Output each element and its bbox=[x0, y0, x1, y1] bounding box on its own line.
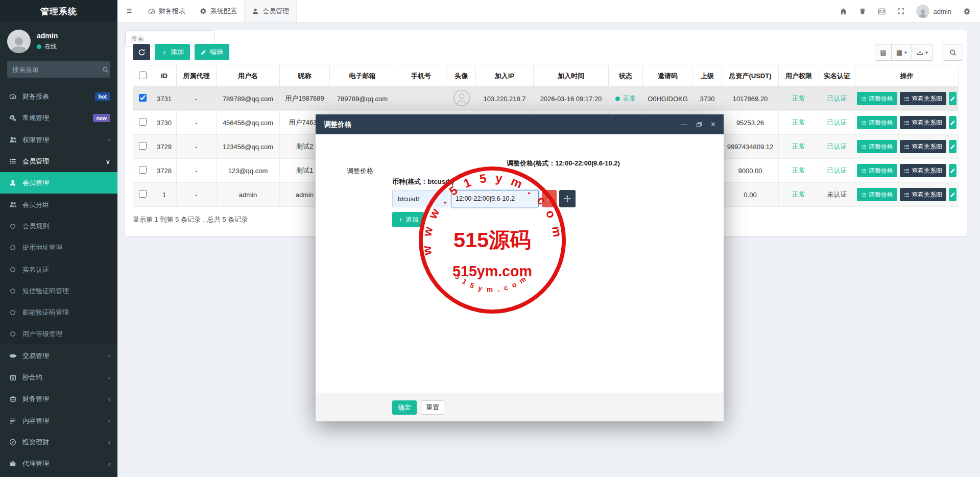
adjust-price-button[interactable]: 调整价格 bbox=[857, 116, 897, 129]
search-icon bbox=[102, 66, 109, 73]
adjust-price-button[interactable]: 调整价格 bbox=[857, 140, 897, 153]
sidebar-item[interactable]: 秒合约‹ bbox=[0, 367, 117, 388]
column-header[interactable]: 电子邮箱 bbox=[330, 65, 395, 87]
column-header[interactable]: 所属代理 bbox=[177, 65, 217, 87]
view-relation-graph-button[interactable]: 查看关系图 bbox=[900, 188, 946, 201]
column-header[interactable]: 状态 bbox=[609, 65, 643, 87]
view-relation-graph-button[interactable]: 查看关系图 bbox=[900, 92, 946, 105]
column-header[interactable]: 加入时间 bbox=[534, 65, 609, 87]
database-icon bbox=[7, 396, 18, 402]
view-relation-graph-button[interactable]: 查看关系图 bbox=[900, 140, 946, 153]
circle-icon bbox=[7, 245, 18, 251]
handshake-icon bbox=[7, 352, 18, 360]
language-icon[interactable]: A bbox=[878, 8, 886, 15]
tab-会员管理[interactable]: 会员管理 bbox=[244, 0, 297, 22]
home-icon[interactable] bbox=[840, 8, 847, 15]
sidebar-search[interactable] bbox=[7, 61, 110, 78]
edit-row-button[interactable] bbox=[949, 188, 957, 201]
sidebar-item[interactable]: 提币地址管理 bbox=[0, 237, 117, 258]
sidebar-item[interactable]: 邮箱验证码管理 bbox=[0, 302, 117, 323]
cell-phone bbox=[395, 87, 447, 111]
tab-财务报表[interactable]: 财务报表 bbox=[141, 0, 193, 22]
sidebar-item[interactable]: 会员规则 bbox=[0, 216, 117, 237]
pencil-icon bbox=[950, 144, 956, 150]
column-header[interactable]: 实名认证 bbox=[819, 65, 855, 87]
adjust-price-button[interactable]: 调整价格 bbox=[857, 92, 897, 105]
edit-row-button[interactable] bbox=[949, 164, 957, 177]
reset-button[interactable]: 重置 bbox=[421, 400, 444, 415]
sidebar-item[interactable]: 财务管理‹ bbox=[0, 388, 117, 410]
gears-icon bbox=[7, 114, 18, 122]
sidebar-item-label: 邮箱验证码管理 bbox=[22, 308, 69, 317]
cell-actions: 调整价格查看关系图 bbox=[855, 135, 959, 159]
svg-text:A: A bbox=[878, 9, 881, 14]
search-submit-button[interactable] bbox=[943, 44, 963, 61]
column-header[interactable]: 操作 bbox=[855, 65, 959, 87]
sidebar-item[interactable]: 内容管理‹ bbox=[0, 410, 117, 431]
column-header[interactable]: 加入IP bbox=[476, 65, 534, 87]
export-button[interactable]: ▾ bbox=[912, 44, 933, 61]
sidebar-item[interactable]: 会员分组 bbox=[0, 194, 117, 215]
cell-avatar bbox=[447, 87, 476, 111]
refresh-button[interactable] bbox=[133, 44, 150, 60]
edit-row-button[interactable] bbox=[949, 116, 957, 129]
edit-row-button[interactable] bbox=[949, 140, 957, 153]
sidebar-item[interactable]: 交易管理‹ bbox=[0, 345, 117, 367]
column-header[interactable]: 用户权限 bbox=[779, 65, 819, 87]
sidebar-search-input[interactable] bbox=[12, 66, 102, 74]
maximize-icon[interactable] bbox=[696, 122, 702, 128]
settings-gears-icon[interactable] bbox=[963, 8, 971, 15]
sidebar-item[interactable]: 会员管理 bbox=[0, 172, 117, 194]
avatar-icon bbox=[453, 89, 470, 107]
detail-view-button[interactable]: ▤ bbox=[875, 44, 891, 61]
column-header[interactable]: 手机号 bbox=[395, 65, 447, 87]
add-button[interactable]: ＋添加 bbox=[155, 44, 190, 60]
sidebar-item[interactable]: 代理管理‹ bbox=[0, 453, 117, 474]
column-header[interactable]: 上级 bbox=[693, 65, 722, 87]
cell-permission: 正常 bbox=[779, 135, 819, 159]
tab-系统配置[interactable]: 系统配置 bbox=[193, 0, 244, 22]
column-header[interactable]: ID bbox=[152, 65, 177, 87]
cell-actions: 调整价格查看关系图 bbox=[855, 183, 959, 207]
hamburger-menu-icon[interactable]: ≡ bbox=[117, 0, 141, 22]
minimize-icon[interactable]: — bbox=[681, 121, 687, 128]
sidebar-item[interactable]: 会员管理∨ bbox=[0, 151, 117, 172]
row-checkbox[interactable] bbox=[139, 190, 147, 198]
modal-header[interactable]: 调整价格 — × bbox=[316, 114, 724, 134]
chevron-down-icon: ∨ bbox=[105, 158, 110, 165]
sidebar-item[interactable]: 用户等级管理 bbox=[0, 323, 117, 345]
sidebar-item[interactable]: 常规管理new bbox=[0, 107, 117, 129]
close-icon[interactable]: × bbox=[711, 120, 715, 129]
edit-row-button[interactable] bbox=[949, 92, 957, 105]
edit-button[interactable]: 编辑 bbox=[195, 44, 229, 60]
sidebar-item[interactable]: 短信验证码管理 bbox=[0, 280, 117, 302]
row-checkbox[interactable] bbox=[139, 166, 147, 174]
column-header[interactable]: 总资产(USDT) bbox=[722, 65, 779, 87]
columns-button[interactable]: ▦▾ bbox=[892, 44, 912, 61]
sidebar-item[interactable]: 投资理财‹ bbox=[0, 432, 117, 453]
column-header[interactable]: 邀请码 bbox=[643, 65, 693, 87]
adjust-price-button[interactable]: 调整价格 bbox=[857, 188, 897, 201]
column-header[interactable]: 昵称 bbox=[280, 65, 330, 87]
confirm-button[interactable]: 确定 bbox=[392, 400, 417, 415]
cell-assets: 1017869.20 bbox=[722, 87, 779, 111]
sidebar-item[interactable]: 权限管理‹ bbox=[0, 129, 117, 151]
row-checkbox[interactable] bbox=[139, 118, 147, 126]
row-checkbox[interactable] bbox=[139, 94, 147, 102]
row-checkbox[interactable] bbox=[139, 142, 147, 150]
column-header[interactable]: 用户名 bbox=[217, 65, 280, 87]
user-menu[interactable]: admin bbox=[916, 5, 951, 18]
sidebar-item[interactable]: 财务报表hot bbox=[0, 86, 117, 107]
cell-agent: - bbox=[177, 159, 217, 183]
fullscreen-icon[interactable] bbox=[897, 8, 904, 15]
sidebar-item[interactable]: 实名认证 bbox=[0, 258, 117, 280]
user-icon bbox=[252, 8, 259, 15]
select-all-checkbox[interactable] bbox=[139, 71, 147, 79]
trash-icon[interactable] bbox=[859, 8, 866, 15]
view-relation-graph-button[interactable]: 查看关系图 bbox=[900, 164, 946, 177]
cell-username: admin bbox=[217, 183, 280, 207]
view-relation-graph-button[interactable]: 查看关系图 bbox=[900, 116, 946, 129]
columns-icon: ▦ bbox=[896, 49, 902, 56]
adjust-price-button[interactable]: 调整价格 bbox=[857, 164, 897, 177]
column-header[interactable]: 头像 bbox=[447, 65, 476, 87]
